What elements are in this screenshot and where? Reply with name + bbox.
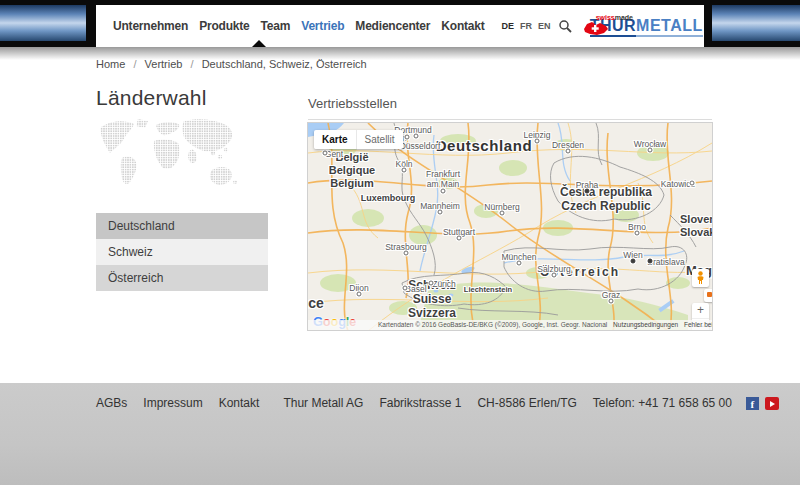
map-city-dot xyxy=(323,151,328,156)
map-city-dot xyxy=(566,149,571,154)
breadcrumb-separator: / xyxy=(191,58,194,70)
nav-item-produkte[interactable]: Produkte xyxy=(199,19,249,33)
header-blue-bar-left xyxy=(0,5,86,41)
page-title: Länderwahl xyxy=(96,86,207,110)
map-city-dot xyxy=(552,273,557,278)
map-city-dot xyxy=(635,231,640,236)
page: Unternehmen Produkte Team Vertrieb Medie… xyxy=(0,0,800,485)
country-item-oesterreich[interactable]: Österreich xyxy=(96,265,268,291)
google-map[interactable]: DeutschlandBelgië Belgique BelgiumLuxemb… xyxy=(308,123,712,330)
nav-item-kontakt[interactable]: Kontakt xyxy=(441,19,484,33)
map-city-dot xyxy=(403,286,408,291)
swissmade-made: made xyxy=(615,14,633,21)
nav-item-team[interactable]: Team xyxy=(261,19,291,33)
map-city-dot xyxy=(517,261,522,266)
footer-link-impressum[interactable]: Impressum xyxy=(143,396,202,410)
attribution-report-link[interactable]: Fehler bei Google Maps melden xyxy=(684,321,712,328)
map-city-dot xyxy=(438,210,443,215)
footer: AGBs Impressum Kontakt Thur Metall AG Fa… xyxy=(0,383,800,485)
logo-metall: METALL xyxy=(636,17,703,37)
map-type-satellit-button[interactable]: Satellit xyxy=(356,130,403,149)
map-city-dot xyxy=(648,148,653,153)
map-city-dot xyxy=(690,181,695,186)
map-type-karte-button[interactable]: Karte xyxy=(314,130,356,149)
nav-item-vertrieb[interactable]: Vertrieb xyxy=(301,19,344,33)
map-city-dot xyxy=(414,134,419,139)
map-type-toggle: Karte Satellit xyxy=(314,130,403,149)
map-city-dot xyxy=(609,299,614,304)
map-city-dot xyxy=(357,292,362,297)
footer-social: f xyxy=(740,397,779,410)
map-city-dot xyxy=(631,259,636,264)
map-country-label: Slovensko Slovakia xyxy=(680,213,712,239)
map-city-dot xyxy=(405,135,410,140)
map-city-label: Gent xyxy=(325,149,343,159)
map-city-label: Zürich xyxy=(432,279,456,289)
switzerland-icon xyxy=(582,20,610,37)
pegman-control[interactable] xyxy=(692,269,709,287)
language-switcher: DE FR EN xyxy=(496,21,551,31)
lang-fr[interactable]: FR xyxy=(520,21,532,31)
map-city-dot xyxy=(429,281,434,286)
breadcrumb-current: Deutschland, Schweiz, Österreich xyxy=(202,58,367,70)
country-item-schweiz[interactable]: Schweiz xyxy=(96,239,268,265)
search-icon[interactable] xyxy=(558,19,572,33)
map-city-label: Frankfurt am Main xyxy=(426,169,460,189)
footer-street: Fabrikstrasse 1 xyxy=(379,396,461,410)
map-city-dot xyxy=(404,251,409,256)
map-country-label: Česká republika Czech Republic xyxy=(560,185,652,213)
map-attribution: Kartendaten © 2016 GeoBasis-DE/BKG (©200… xyxy=(308,320,712,330)
facebook-icon[interactable]: f xyxy=(746,397,759,410)
map-city-label: Bratislava xyxy=(647,257,684,267)
lang-en[interactable]: EN xyxy=(538,21,551,31)
footer-company-name: Thur Metall AG xyxy=(283,396,363,410)
country-item-deutschland[interactable]: Deutschland xyxy=(96,213,268,239)
breadcrumb-home[interactable]: Home xyxy=(96,58,125,70)
nav-item-mediencenter[interactable]: Mediencenter xyxy=(355,19,430,33)
header-blue-bar-right xyxy=(712,5,800,41)
map-label-layer: DeutschlandBelgië Belgique BelgiumLuxemb… xyxy=(308,123,712,330)
map-country-label: Liechtenstein xyxy=(464,286,512,295)
zoom-in-button[interactable]: + xyxy=(692,303,709,318)
section-title: Vertriebsstellen xyxy=(308,96,712,120)
map-country-label: Luxembourg xyxy=(361,193,416,204)
footer-link-agbs[interactable]: AGBs xyxy=(96,396,127,410)
map-city-dot xyxy=(402,168,407,173)
footer-company-info: Thur Metall AG Fabrikstrasse 1 CH-8586 E… xyxy=(275,396,740,410)
map-city-dot xyxy=(535,139,540,144)
world-map-graphic xyxy=(96,116,241,196)
main-nav: Unternehmen Produkte Team Vertrieb Medie… xyxy=(96,5,704,47)
attribution-text: Kartendaten © 2016 GeoBasis-DE/BKG (©200… xyxy=(378,321,607,328)
map-city-dot xyxy=(585,189,590,194)
map-country-label: France xyxy=(308,295,324,312)
youtube-icon[interactable] xyxy=(765,397,779,410)
map-city-label: Basel xyxy=(405,284,426,294)
lang-de[interactable]: DE xyxy=(502,21,515,31)
nav-item-unternehmen[interactable]: Unternehmen xyxy=(113,19,188,33)
footer-city: CH-8586 Erlen/TG xyxy=(477,396,576,410)
breadcrumb-vertrieb[interactable]: Vertrieb xyxy=(145,58,183,70)
map-city-dot xyxy=(648,259,653,264)
map-city-dot xyxy=(457,236,462,241)
footer-phone: Telefon: +41 71 658 65 00 xyxy=(593,396,732,410)
breadcrumb: Home / Vertrieb / Deutschland, Schweiz, … xyxy=(96,58,367,70)
clipped-map-control[interactable] xyxy=(704,289,712,302)
active-nav-caret xyxy=(252,40,266,47)
footer-links: AGBs Impressum Kontakt xyxy=(96,396,275,410)
attribution-terms-link[interactable]: Nutzungsbedingungen xyxy=(613,321,678,328)
map-country-label: Deutschland xyxy=(436,137,533,155)
map-city-dot xyxy=(441,189,446,194)
map-city-dot xyxy=(500,211,505,216)
footer-link-kontakt[interactable]: Kontakt xyxy=(219,396,260,410)
country-list: Deutschland Schweiz Österreich xyxy=(96,213,268,291)
breadcrumb-separator: / xyxy=(133,58,136,70)
map-city-label: Düsseldorf xyxy=(400,141,441,151)
